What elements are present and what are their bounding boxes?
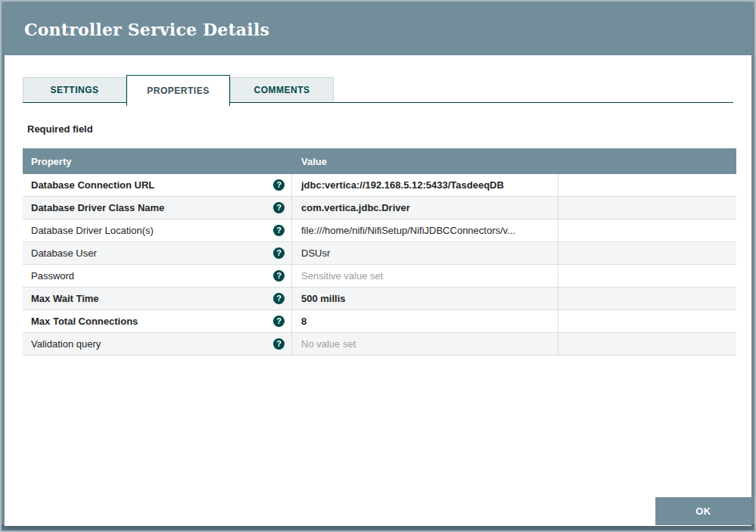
help-icon[interactable]: ? bbox=[273, 202, 285, 213]
value-cell: DSUsr bbox=[292, 242, 558, 264]
value-cell: file:///home/nifi/NifiSetup/NifiJDBCConn… bbox=[292, 219, 558, 241]
property-cell: Max Wait Time? bbox=[23, 288, 292, 310]
property-name: Database Connection URL bbox=[31, 179, 154, 191]
properties-table-header: Property Value bbox=[23, 148, 736, 174]
property-cell: Database Driver Location(s)? bbox=[23, 219, 292, 241]
screen: Controller Service Details SETTINGSPROPE… bbox=[0, 0, 756, 532]
help-icon[interactable]: ? bbox=[273, 225, 285, 236]
properties-table-body: Database Connection URL?jdbc:vertica://1… bbox=[23, 174, 736, 356]
required-field-label: Required field bbox=[27, 123, 733, 135]
tab-bar: SETTINGSPROPERTIESCOMMENTS bbox=[23, 72, 733, 103]
property-row: Max Total Connections?8 bbox=[23, 310, 736, 333]
column-header-property: Property bbox=[23, 156, 292, 167]
value-cell: 500 millis bbox=[292, 288, 558, 310]
property-row: Database Connection URL?jdbc:vertica://1… bbox=[23, 174, 736, 197]
help-icon[interactable]: ? bbox=[273, 293, 285, 304]
property-cell: Database Connection URL? bbox=[23, 174, 292, 196]
value-cell: com.vertica.jdbc.Driver bbox=[292, 197, 558, 219]
value-cell: Sensitive value set bbox=[292, 265, 558, 287]
property-value: jdbc:vertica://192.168.5.12:5433/Tasdeeq… bbox=[301, 179, 504, 191]
tab-comments[interactable]: COMMENTS bbox=[230, 77, 334, 102]
ok-button[interactable]: OK bbox=[655, 497, 751, 525]
row-spacer bbox=[558, 242, 736, 264]
tab-label: PROPERTIES bbox=[147, 86, 209, 96]
property-row: Validation query?No value set bbox=[23, 333, 736, 356]
help-icon[interactable]: ? bbox=[273, 179, 285, 191]
property-name: Max Wait Time bbox=[31, 293, 99, 304]
property-cell: Max Total Connections? bbox=[23, 310, 292, 332]
value-cell: jdbc:vertica://192.168.5.12:5433/Tasdeeq… bbox=[292, 174, 558, 196]
property-value: No value set bbox=[301, 338, 356, 350]
row-spacer bbox=[558, 265, 736, 287]
property-row: Database Driver Location(s)?file:///home… bbox=[23, 219, 736, 242]
row-spacer bbox=[558, 333, 736, 355]
property-name: Validation query bbox=[31, 338, 101, 350]
properties-table: Property Value Database Connection URL?j… bbox=[23, 148, 736, 356]
property-value: 8 bbox=[301, 316, 306, 327]
property-value: com.vertica.jdbc.Driver bbox=[301, 202, 410, 213]
help-icon[interactable]: ? bbox=[273, 338, 285, 350]
property-name: Database Driver Class Name bbox=[31, 202, 164, 213]
help-icon[interactable]: ? bbox=[273, 270, 285, 282]
property-value: file:///home/nifi/NifiSetup/NifiJDBCConn… bbox=[301, 225, 515, 236]
property-value: DSUsr bbox=[301, 247, 330, 259]
property-row: Database User?DSUsr bbox=[23, 242, 736, 265]
row-spacer bbox=[558, 288, 736, 310]
property-name: Password bbox=[31, 270, 74, 282]
row-spacer bbox=[558, 174, 736, 196]
row-spacer bbox=[558, 197, 736, 219]
row-spacer bbox=[558, 219, 736, 241]
tab-label: SETTINGS bbox=[50, 85, 98, 95]
tab-label: COMMENTS bbox=[254, 85, 310, 95]
controller-service-details-dialog: Controller Service Details SETTINGSPROPE… bbox=[5, 3, 751, 526]
property-row: Password?Sensitive value set bbox=[23, 265, 736, 288]
dialog-body: SETTINGSPROPERTIESCOMMENTS Required fiel… bbox=[5, 55, 751, 356]
property-cell: Password? bbox=[23, 265, 292, 287]
property-cell: Validation query? bbox=[23, 333, 292, 355]
dialog-title: Controller Service Details bbox=[24, 20, 269, 39]
help-icon[interactable]: ? bbox=[273, 247, 285, 259]
tab-properties[interactable]: PROPERTIES bbox=[126, 75, 230, 106]
dialog-header: Controller Service Details bbox=[5, 3, 751, 55]
property-value: Sensitive value set bbox=[301, 270, 383, 282]
help-icon[interactable]: ? bbox=[273, 316, 285, 327]
property-value: 500 millis bbox=[301, 293, 346, 304]
column-header-value: Value bbox=[292, 156, 558, 167]
property-name: Database User bbox=[31, 247, 97, 259]
tab-settings[interactable]: SETTINGS bbox=[23, 77, 126, 102]
property-row: Database Driver Class Name?com.vertica.j… bbox=[23, 197, 736, 219]
property-cell: Database User? bbox=[23, 242, 292, 264]
value-cell: No value set bbox=[292, 333, 558, 355]
property-name: Max Total Connections bbox=[31, 316, 138, 327]
property-row: Max Wait Time?500 millis bbox=[23, 288, 736, 310]
property-cell: Database Driver Class Name? bbox=[23, 197, 292, 219]
value-cell: 8 bbox=[292, 310, 558, 332]
row-spacer bbox=[558, 310, 736, 332]
property-name: Database Driver Location(s) bbox=[31, 225, 154, 236]
